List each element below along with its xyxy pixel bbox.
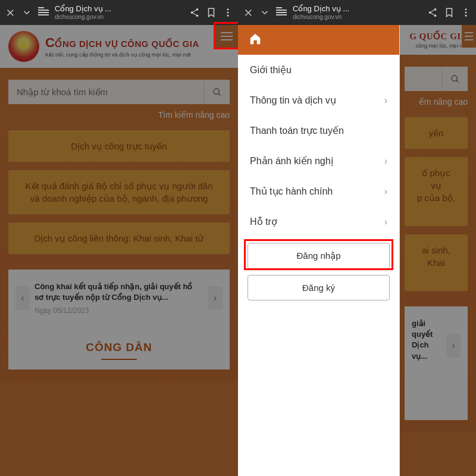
drawer-item-intro[interactable]: Giới thiệu — [238, 55, 399, 85]
browser-toolbar: Cổng Dịch vụ ... dichvucong.gov.vn — [0, 0, 238, 25]
svg-point-1 — [191, 11, 193, 14]
svg-point-7 — [434, 8, 437, 11]
more-icon[interactable] — [461, 7, 471, 18]
svg-point-8 — [429, 11, 431, 14]
drawer-item-support[interactable]: Hỗ trợ› — [238, 206, 399, 237]
drawer-home-button[interactable] — [238, 25, 399, 55]
chevron-right-icon: › — [384, 217, 387, 227]
browser-title: Cổng Dịch vụ ... dichvucong.gov.vn — [55, 4, 183, 21]
drawer-item-online-payment[interactable]: Thanh toán trực tuyến — [238, 115, 399, 146]
svg-point-12 — [465, 15, 467, 17]
close-icon[interactable] — [5, 7, 15, 18]
home-icon — [249, 32, 262, 45]
chevron-right-icon: › — [384, 186, 387, 197]
drawer-item-admin-procedures[interactable]: Thủ tục hành chính› — [238, 176, 399, 206]
reader-mode-icon[interactable] — [276, 7, 287, 18]
dim-overlay — [0, 25, 238, 476]
svg-point-5 — [227, 15, 229, 17]
chevron-right-icon: › — [384, 156, 387, 167]
highlight-hamburger — [214, 22, 238, 49]
bookmark-icon[interactable] — [444, 7, 455, 18]
right-phone-screen: Cổng Dịch vụ ... dichvucong.gov.vn G QUỐ… — [238, 0, 476, 476]
share-icon[interactable] — [427, 7, 438, 18]
svg-point-0 — [196, 8, 199, 11]
chevron-down-icon[interactable] — [259, 7, 270, 18]
page-content: CỔNG DỊCH VỤ CÔNG QUỐC GIA Kết nối, cung… — [0, 25, 238, 476]
chevron-down-icon[interactable] — [21, 7, 32, 18]
left-phone-screen: Cổng Dịch vụ ... dichvucong.gov.vn CỔNG … — [0, 0, 238, 476]
nav-drawer: Giới thiệu Thông tin và dịch vụ› Thanh t… — [238, 25, 400, 476]
close-icon[interactable] — [243, 7, 253, 18]
svg-point-2 — [196, 14, 199, 17]
browser-toolbar: Cổng Dịch vụ ... dichvucong.gov.vn — [238, 0, 476, 25]
svg-point-11 — [465, 12, 467, 14]
register-button[interactable]: Đăng ký — [248, 275, 390, 300]
svg-point-9 — [434, 14, 437, 17]
browser-title: Cổng Dịch vụ ... dichvucong.gov.vn — [293, 4, 421, 21]
more-icon[interactable] — [223, 7, 233, 18]
svg-point-3 — [227, 8, 229, 10]
bookmark-icon[interactable] — [206, 7, 217, 18]
reader-mode-icon[interactable] — [38, 7, 49, 18]
share-icon[interactable] — [189, 7, 200, 18]
svg-point-4 — [227, 12, 229, 14]
drawer-item-info-services[interactable]: Thông tin và dịch vụ› — [238, 85, 399, 115]
drawer-item-feedback[interactable]: Phản ánh kiến nghị› — [238, 146, 399, 176]
svg-point-10 — [465, 8, 467, 10]
chevron-right-icon: › — [384, 95, 387, 106]
highlight-login — [244, 239, 393, 270]
